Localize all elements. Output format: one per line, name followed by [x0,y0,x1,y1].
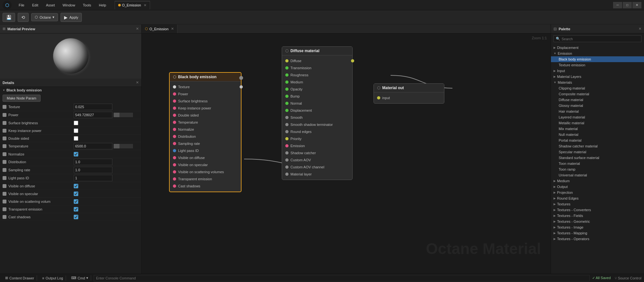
palette-category-round_edges[interactable]: ▶Round Edges [551,195,644,201]
maximize-button[interactable]: □ [623,2,632,8]
content-drawer-button[interactable]: ⊞ Content Drawer [3,275,37,281]
emission-node[interactable]: ⬡ Black body emission Texture Power [169,72,242,192]
palette-item-specular_material[interactable]: Specular material [551,149,644,155]
palette-item-portal_material[interactable]: Portal material [551,137,644,143]
palette-category-textures_mapping[interactable]: ▶Textures - Mapping [551,230,644,236]
prop-input-power[interactable] [74,112,112,118]
menu-file[interactable]: File [15,2,28,8]
palette-item-diffuse_material[interactable]: Diffuse material [551,97,644,103]
palette-category-medium[interactable]: ▶Medium [551,178,644,184]
diffuse-socket-dot [285,59,289,62]
palette-item-shadow_catcher_material[interactable]: Shadow catcher material [551,143,644,149]
prop-checkbox-double_sided[interactable] [74,136,78,141]
prop-slider-temperature[interactable] [114,144,133,148]
palette-item-glossy_material[interactable]: Glossy material [551,103,644,108]
prop-icon-normalize [3,152,6,156]
socket-texture-label: Texture [178,85,190,89]
make-node-param-button[interactable]: Make Node Param [3,95,41,102]
history-button[interactable]: ⟲ [18,13,29,22]
category-arrow-emission: ▼ [554,52,556,55]
palette-tree: ▶Displacement▼EmissionBlack body emissio… [551,44,644,274]
prop-slider-power[interactable] [114,113,133,117]
palette-item-clipping_material[interactable]: Clipping material [551,85,644,91]
diffuse-custom-aov-channel: Custom AOV channel [282,164,352,171]
palette-item-black_body_emission[interactable]: Black body emission [551,56,644,62]
prop-checkbox-keep_instance_power[interactable] [74,128,78,133]
palette-category-textures_geometric[interactable]: ▶Textures - Geometric [551,219,644,224]
palette-item-texture_emission[interactable]: Texture emission [551,62,644,68]
palette-item-metallic_material[interactable]: Metallic material [551,120,644,126]
menu-window[interactable]: Window [59,2,78,8]
prop-input-distribution[interactable] [74,159,112,165]
prop-row-keep_instance_power: Keep instance power [0,127,141,135]
palette-category-textures_operators[interactable]: ▶Textures - Operators [551,236,644,242]
console-input[interactable] [94,275,589,281]
prop-value-distribution [74,159,139,165]
node-tab-close[interactable]: ✕ [171,27,174,31]
prop-icon-visible_on_diffuse [3,184,6,188]
palette-item-universal_material[interactable]: Universal material [551,172,644,178]
prop-checkbox-transparent_emission[interactable] [74,207,78,212]
palette-item-standard_surface_material[interactable]: Standard surface material [551,155,644,161]
prop-row-distribution: Distribution [0,158,141,166]
cmd-dropdown[interactable]: ⌨ Cmd ▾ [69,275,91,281]
search-input[interactable] [562,37,639,41]
palette-close[interactable]: ✕ [639,27,641,31]
palette-category-textures_image[interactable]: ▶Textures - Image [551,224,644,230]
octane-chevron: ▾ [52,15,54,19]
palette-category-textures[interactable]: ▶Textures [551,201,644,207]
prop-checkbox-surface_brightness[interactable] [74,121,78,125]
socket-visible-scattering: Visible on scattering volumes [170,168,241,175]
node-canvas[interactable]: ⬡ Black body emission Texture Power [142,33,551,274]
palette-category-material_layers[interactable]: ▶Material Layers [551,74,644,80]
output-log-button[interactable]: ≡ Output Log [40,276,66,281]
prop-input-light_pass_id[interactable] [74,175,112,181]
tab-emission[interactable]: O_Emission ✕ [115,1,150,9]
palette-category-input[interactable]: ▶Input [551,68,644,74]
material-out-title: Material out [382,86,404,90]
prop-input-sampling_rate[interactable] [74,167,112,173]
prop-value-double_sided [74,136,139,141]
prop-checkbox-visible_on_diffuse[interactable] [74,184,78,188]
palette-item-layered_material[interactable]: Layered material [551,114,644,120]
palette-category-output[interactable]: ▶Output [551,184,644,190]
node-editor-tab[interactable]: ⬡ O_Emission ✕ [142,24,177,33]
prop-input-texture[interactable] [74,104,112,110]
palette-item-composite_material[interactable]: Composite material [551,91,644,97]
diffuse-node[interactable]: ⬡ Diffuse material Diffuse Transmission [282,46,353,180]
palette-category-materials[interactable]: ▼Materials [551,80,644,85]
palette-category-emission[interactable]: ▼Emission [551,51,644,56]
title-bar-left: ⬡ File Edit Asset Window Tools Help O_Em… [3,1,150,10]
palette-category-textures_converters[interactable]: ▶Textures - Converters [551,207,644,213]
palette-category-projection[interactable]: ▶Projection [551,190,644,195]
palette-item-toon_material[interactable]: Toon material [551,161,644,166]
tab-close[interactable]: ✕ [144,3,147,7]
prop-checkbox-cast_shadows[interactable] [74,215,78,219]
content-drawer-label: Content Drawer [9,276,34,280]
material-out-node[interactable]: ⬡ Material out input [374,83,444,104]
details-close[interactable]: ✕ [136,80,139,85]
prop-checkbox-visible_on_specular[interactable] [74,192,78,196]
socket-power: Power [170,90,241,98]
minimize-button[interactable]: ─ [613,2,622,8]
palette-item-null_material[interactable]: Null material [551,132,644,137]
octane-dropdown[interactable]: ⬡ Octane ▾ [31,13,58,21]
palette-item-toon_ramp[interactable]: Toon ramp [551,166,644,172]
material-preview-close[interactable]: ✕ [136,27,139,31]
menu-tools[interactable]: Tools [80,2,94,8]
socket-lp-label: Light pass ID [178,149,199,153]
menu-edit[interactable]: Edit [29,2,42,8]
prop-checkbox-normalize[interactable] [74,152,78,156]
menu-help[interactable]: Help [96,2,109,8]
close-button[interactable]: ✕ [632,2,641,8]
palette-item-mix_material[interactable]: Mix material [551,126,644,132]
node-tab-label: O_Emission [149,27,168,31]
menu-asset[interactable]: Asset [43,2,58,8]
palette-category-displacement[interactable]: ▶Displacement [551,45,644,51]
prop-input-temperature[interactable] [74,143,112,149]
apply-button[interactable]: ▶ Apply [61,13,82,22]
prop-checkbox-visible_on_scattering[interactable] [74,199,78,204]
save-button[interactable]: 💾 [3,13,15,22]
palette-item-hair_material[interactable]: Hair material [551,108,644,114]
palette-category-textures_fields[interactable]: ▶Textures - Fields [551,213,644,219]
